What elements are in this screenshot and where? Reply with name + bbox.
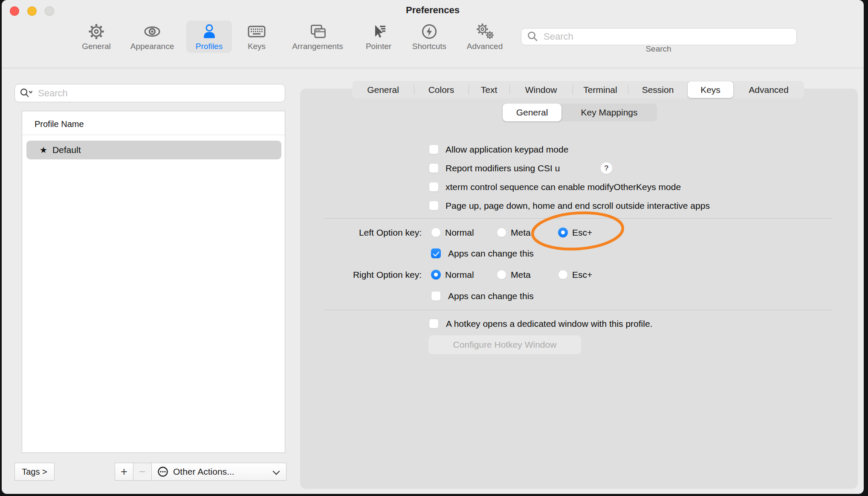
toolbar-item-appearance[interactable]: Appearance xyxy=(124,20,180,53)
checkbox-label: Report modifiers using CSI u xyxy=(446,161,560,175)
left-option-row: Left Option key: Normal Meta Esc+ xyxy=(2,226,864,239)
profile-search-input[interactable] xyxy=(37,87,278,99)
tab-general[interactable]: General xyxy=(352,81,414,98)
right-option-normal-radio[interactable] xyxy=(431,270,441,280)
remove-profile-button[interactable]: − xyxy=(133,463,152,481)
tab-keys[interactable]: Keys xyxy=(688,81,733,98)
left-apps-can-change-checkbox[interactable] xyxy=(431,248,441,258)
modify-other-keys-checkbox[interactable] xyxy=(429,182,439,192)
right-option-apps-row: Apps can change this xyxy=(2,289,864,303)
tab-window[interactable]: Window xyxy=(509,81,573,98)
other-actions-label: Other Actions... xyxy=(173,467,234,477)
tab-advanced[interactable]: Advanced xyxy=(733,81,804,98)
chevron-down-icon xyxy=(273,468,280,475)
help-button[interactable]: ? xyxy=(600,162,613,174)
checkbox-label: A hotkey opens a dedicated window with t… xyxy=(446,317,652,331)
right-option-row: Right Option key: Normal Meta Esc+ xyxy=(2,268,864,282)
profile-search-field[interactable] xyxy=(14,84,285,102)
toolbar-label: Advanced xyxy=(467,42,503,51)
cursor-icon xyxy=(369,22,388,41)
configure-hotkey-window-button[interactable]: Configure Hotkey Window xyxy=(428,335,582,355)
left-option-apps-row: Apps can change this xyxy=(2,247,864,260)
toolbar-item-profiles[interactable]: Profiles xyxy=(186,20,232,53)
left-option-normal-radio[interactable] xyxy=(431,228,441,237)
checkbox-row: Report modifiers using CSI u ? xyxy=(2,161,864,175)
eye-icon xyxy=(143,22,162,41)
keys-subtabs: General Key Mappings xyxy=(503,104,657,121)
right-option-meta-radio[interactable] xyxy=(497,270,506,280)
toolbar-label: Shortcuts xyxy=(412,42,446,51)
right-option-label: Right Option key: xyxy=(294,268,422,282)
radio-label: Esc+ xyxy=(572,268,592,282)
tags-button[interactable]: Tags > xyxy=(14,463,55,481)
other-actions-dropdown[interactable]: Other Actions... xyxy=(151,463,286,481)
checkbox-row: Page up, page down, home and end scroll … xyxy=(2,199,864,213)
toolbar-search-input[interactable] xyxy=(543,31,783,43)
divider xyxy=(324,218,832,219)
gears-icon xyxy=(475,22,494,41)
keyboard-icon xyxy=(247,22,266,41)
checkbox-label: Apps can change this xyxy=(448,247,534,260)
checkbox-row: xterm control sequence can enable modify… xyxy=(2,180,864,194)
gear-icon xyxy=(87,22,106,41)
toolbar-divider xyxy=(2,68,864,68)
add-profile-button[interactable]: + xyxy=(115,463,133,481)
toolbar-label: Pointer xyxy=(366,42,391,51)
page-scroll-checkbox[interactable] xyxy=(429,201,439,211)
tab-session[interactable]: Session xyxy=(628,81,688,98)
right-apps-can-change-checkbox[interactable] xyxy=(431,291,441,301)
checkbox-label: Apps can change this xyxy=(448,289,534,303)
toolbar-label: Arrangements xyxy=(292,42,343,51)
window-title: Preferences xyxy=(2,4,864,17)
subtab-general[interactable]: General xyxy=(503,104,561,121)
tab-terminal[interactable]: Terminal xyxy=(573,81,628,98)
toolbar-item-keys[interactable]: Keys xyxy=(240,20,274,53)
hotkey-row: A hotkey opens a dedicated window with t… xyxy=(2,317,864,331)
search-icon xyxy=(527,30,539,43)
radio-label: Esc+ xyxy=(572,226,592,239)
tab-colors[interactable]: Colors xyxy=(414,81,469,98)
divider xyxy=(324,310,832,310)
preferences-window: Preferences General Appearance Profiles … xyxy=(2,0,864,494)
windows-icon xyxy=(308,22,327,41)
toolbar-item-advanced[interactable]: Advanced xyxy=(458,20,511,53)
profile-list-column-header: Profile Name xyxy=(35,119,84,129)
left-option-label: Left Option key: xyxy=(294,226,422,239)
subtab-key-mappings[interactable]: Key Mappings xyxy=(561,104,657,121)
toolbar-search-field[interactable] xyxy=(521,28,797,45)
toolbar-label: General xyxy=(82,42,111,51)
checkbox-label: xterm control sequence can enable modify… xyxy=(446,180,681,194)
radio-label: Normal xyxy=(445,268,474,282)
tab-text[interactable]: Text xyxy=(469,81,509,98)
header-divider xyxy=(22,135,285,135)
keypad-mode-checkbox[interactable] xyxy=(429,144,439,154)
toolbar-label: Keys xyxy=(248,42,266,51)
toolbar-label: Appearance xyxy=(130,42,174,51)
lightning-icon xyxy=(420,22,439,41)
toolbar-item-pointer[interactable]: Pointer xyxy=(356,20,401,53)
left-option-meta-radio[interactable] xyxy=(497,228,506,237)
toolbar-search-caption: Search xyxy=(521,44,796,54)
toolbar-label: Profiles xyxy=(196,42,223,51)
person-icon xyxy=(200,22,219,41)
checkbox-label: Allow application keypad mode xyxy=(446,143,568,156)
checkbox-row: Allow application keypad mode xyxy=(2,143,864,156)
right-option-esc-radio[interactable] xyxy=(558,270,568,280)
profile-tabbar: General Colors Text Window Terminal Sess… xyxy=(352,81,804,98)
toolbar-item-arrangements[interactable]: Arrangements xyxy=(284,20,351,53)
toolbar-item-shortcuts[interactable]: Shortcuts xyxy=(404,20,454,53)
left-option-esc-radio[interactable] xyxy=(558,228,568,237)
checkbox-label: Page up, page down, home and end scroll … xyxy=(446,199,710,213)
radio-label: Normal xyxy=(445,226,474,239)
hotkey-window-checkbox[interactable] xyxy=(429,319,439,329)
csi-u-checkbox[interactable] xyxy=(429,163,439,173)
radio-label: Meta xyxy=(511,268,531,282)
radio-label: Meta xyxy=(511,226,531,239)
search-menu-icon xyxy=(19,87,35,99)
ellipsis-circle-icon xyxy=(156,465,169,478)
toolbar-item-general[interactable]: General xyxy=(76,20,117,53)
